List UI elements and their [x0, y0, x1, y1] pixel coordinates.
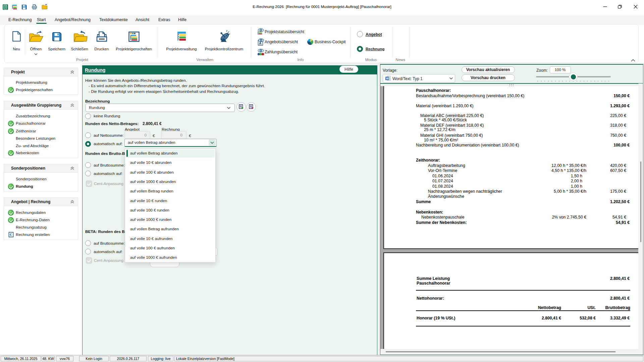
svg-text:W: W	[386, 77, 389, 80]
svg-text:€: €	[10, 233, 12, 237]
